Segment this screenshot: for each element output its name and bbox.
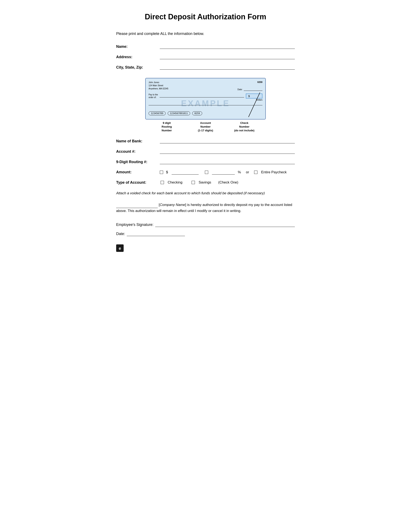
check-pay-label: Pay to theorder of: [149,93,158,99]
account-label: Account #: [116,149,158,154]
check-micr-check: 0259 [192,111,202,115]
routing-label: 9-Digit Routing #: [116,160,158,164]
check-number-display: 0259 [258,81,262,83]
intro-text: Please print and complete ALL the inform… [116,32,295,36]
amount-percent-checkbox[interactable] [205,171,208,174]
amount-row: Amount: $ % or Entire Paycheck [116,170,295,175]
check-date-label: Date: [238,88,242,91]
name-input-line[interactable] [160,44,295,49]
check-diagram-wrapper: John Jones 124 Main Street Anywhere, MA … [116,78,295,133]
city-state-zip-label: City, State, Zip: [116,65,158,70]
svg-text:e: e [119,246,121,251]
check-owner-address: 124 Main Street [149,84,168,87]
name-label: Name: [116,45,158,49]
name-field-row: Name: [116,44,295,49]
check-pay-row: Pay to theorder of: $ [149,93,262,99]
form-page: Direct Deposit Authorization Form Please… [116,12,295,253]
bank-name-input-line[interactable] [160,139,295,143]
entire-paycheck-label: Entire Paycheck [261,170,287,174]
address-input-line[interactable] [160,55,295,59]
check-number-label: CheckNumber(do not include) [225,121,264,133]
routing-field-row: 9-Digit Routing #: [116,160,295,164]
check-owner-city: Anywhere, MA 02345 [149,87,168,90]
check-pay-line [160,95,244,97]
amount-percent-sign: % [238,170,241,174]
esign-icon: e [116,244,124,253]
authorization-body-text: is hereby authorized to directly deposit… [116,203,292,213]
amount-dollar-checkbox[interactable] [160,171,163,174]
sig-label: Employee's Signature: [116,223,153,227]
savings-label: Savings [199,180,211,185]
address-label: Address: [116,55,158,59]
checking-label: Checking [168,180,182,185]
check-image: John Jones 124 Main Street Anywhere, MA … [145,78,266,120]
routing-input-line[interactable] [160,160,295,164]
sig-input-line[interactable] [155,222,295,227]
check-micr-routing: 123456789 [149,111,166,115]
signature-row: Employee's Signature: [116,222,295,227]
check-account-label: AccountNumber(1-17 digits) [186,121,225,133]
city-state-zip-field-row: City, State, Zip: [116,65,295,70]
form-title: Direct Deposit Authorization Form [116,12,295,21]
type-of-account-row: Type of Account: Checking Savings (Check… [116,180,295,185]
date-row: Date: [116,231,295,236]
amount-dollar-sign: $ [166,170,168,174]
or-text: or [246,170,249,174]
account-field-row: Account #: [116,149,295,154]
check-micr-account: 1234567891011 [168,111,190,115]
amount-label: Amount: [116,170,158,174]
company-blank-line[interactable] [116,208,158,208]
check-micr-numbers: 123456789 1234567891011 0259 [149,111,202,115]
company-name-italic: Company Name [160,203,185,207]
entire-paycheck-checkbox[interactable] [254,171,258,174]
check-date-line [244,88,262,91]
authorization-text: [Company Name] is hereby authorized to d… [116,202,295,214]
date-label: Date: [116,232,125,236]
italic-note: Attach a voided check for each bank acco… [116,190,295,196]
check-amount-box: $ [246,94,262,98]
amount-pct-input[interactable] [212,170,235,175]
bank-name-label: Name of Bank: [116,139,158,143]
bank-name-field-row: Name of Bank: [116,139,295,143]
footer-logo: e [116,242,295,253]
address-field-row: Address: [116,55,295,59]
check-diagram: John Jones 124 Main Street Anywhere, MA … [145,78,266,133]
amount-dollar-input[interactable] [172,170,199,175]
city-state-zip-input-line[interactable] [160,65,295,70]
check-routing-label: 9 digitRoutingNumber [147,121,186,133]
check-owner-name: John Jones [149,81,168,84]
check-labels: 9 digitRoutingNumber AccountNumber(1-17 … [145,121,266,133]
check-owner-info: John Jones 124 Main Street Anywhere, MA … [149,81,168,90]
type-label: Type of Account: [116,180,158,185]
checking-checkbox[interactable] [161,181,164,184]
check-dollar-sign: $ [248,95,250,98]
date-input-line[interactable] [127,231,185,236]
account-input-line[interactable] [160,149,295,154]
check-dollars-line [149,103,262,105]
savings-checkbox[interactable] [191,181,195,184]
check-one-label: (Check One) [218,180,238,185]
check-date-row: Date: [238,88,262,91]
